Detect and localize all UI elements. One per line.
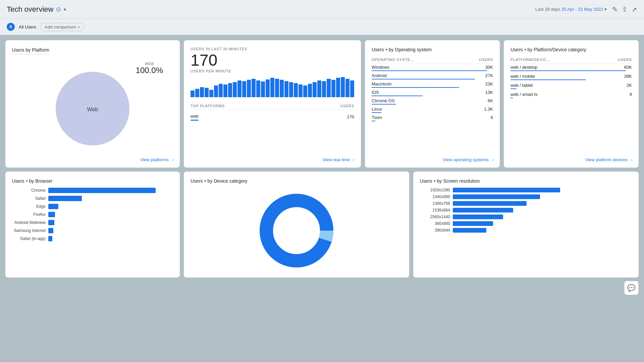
browser-title: Users (12, 178, 24, 184)
pie-label-percent: 100.0% (136, 66, 163, 75)
browser-bar (48, 212, 55, 217)
os-name: Tizen (372, 115, 382, 120)
os-users-col-label: USERS (479, 58, 493, 62)
resolution-label: 2560x1440 (420, 215, 450, 219)
browser-dropdown-arrow[interactable]: ▾ (26, 179, 28, 183)
os-row: Tizen 6 (372, 115, 493, 123)
realtime-bar (280, 80, 284, 97)
realtime-bar (350, 80, 354, 97)
view-platforms-link[interactable]: View platforms → (140, 157, 174, 162)
os-data-rows: Windows 30K Android 27K Macintosh 23K iO… (372, 65, 493, 123)
realtime-bar (299, 84, 303, 97)
title-dropdown-icon[interactable]: ▾ (64, 7, 66, 12)
realtime-bar (256, 80, 260, 97)
screen-resolution-title: Users ▾ by Screen resolution (420, 178, 632, 184)
os-row: Windows 30K (372, 65, 493, 73)
view-pd-text: View platform devices (585, 157, 628, 162)
resolution-bar-chart: 644x362 1440x900 1366x768 1536x864 256… (420, 188, 632, 233)
resolution-label: 1440x900 (420, 194, 450, 199)
trend-icon[interactable]: ➚ (632, 5, 637, 13)
realtime-bar (261, 81, 265, 97)
share-icon[interactable]: ⇧ (622, 5, 628, 13)
realtime-bar (331, 80, 335, 97)
browser-row: Samsung Internet (12, 228, 173, 233)
pd-col-headers: PLATFORM/DEVIC... USERS (511, 56, 632, 63)
os-row: Linux 1.3K (372, 107, 493, 115)
browser-bar (48, 188, 156, 193)
browser-row: Safari (12, 196, 173, 201)
os-name: Chrome OS (372, 98, 395, 103)
resolution-row: 1536x864 (420, 208, 632, 213)
pd-bar (511, 98, 513, 98)
bottom-row: Users ▾ by Browser Chrome Safari Edge Fi… (5, 172, 639, 278)
users-col-label: USERS (340, 104, 354, 108)
dc-title: Users (191, 178, 203, 184)
browser-bar (48, 196, 82, 201)
pie-center-label: Web (87, 107, 98, 112)
resolution-bar (453, 228, 486, 233)
os-bar (372, 96, 423, 96)
browser-name: Edge (12, 204, 46, 209)
pd-bar (511, 88, 517, 89)
header-right: Last 28 days 25 Apr - 22 May 2022 ▾ ✎ ⇧ … (535, 5, 637, 13)
pd-row: web / smart tv 9 (511, 92, 632, 101)
pd-row: web / tablet 2K (511, 83, 632, 92)
add-comparison-button[interactable]: Add comparison + (40, 23, 85, 31)
top-platforms-table: TOP PLATFORMS USERS web 170 (191, 103, 354, 123)
date-range[interactable]: Last 28 days 25 Apr - 22 May 2022 ▾ (535, 7, 607, 12)
platform-card: Users by Platform WEB 100.0% Web View pl… (5, 40, 180, 168)
os-bar (372, 121, 375, 121)
browser-row: Edge (12, 204, 173, 209)
user-badge: A (7, 23, 15, 31)
view-platforms-arrow: → (170, 157, 174, 162)
pd-row: web / mobile 39K (511, 74, 632, 83)
edit-icon[interactable]: ✎ (612, 5, 618, 13)
browser-bar (48, 228, 53, 233)
feedback-button[interactable]: 💬 (624, 281, 639, 295)
os-value: 13K (485, 90, 493, 95)
realtime-bar (223, 84, 227, 97)
os-col-headers: OPERATING SYSTE... USERS (372, 56, 493, 63)
sr-dropdown-arrow[interactable]: ▾ (434, 179, 436, 183)
resolution-label: 390x844 (420, 228, 450, 233)
browser-bar (48, 220, 54, 225)
realtime-bar (219, 84, 223, 97)
realtime-bar (214, 85, 218, 97)
realtime-bar (270, 78, 274, 97)
subheader: A All Users Add comparison + (0, 19, 644, 35)
os-row: Android 27K (372, 73, 493, 81)
pd-name: web / desktop (511, 65, 537, 70)
resolution-row: 2560x1440 (420, 215, 632, 219)
platform-device-card: Users ▾ by Platform/Device category PLAT… (504, 40, 639, 168)
platform-card-title: Users by Platform (12, 47, 49, 54)
os-row: Chrome OS 6K (372, 98, 493, 107)
os-value: 23K (485, 81, 493, 86)
realtime-bar (200, 87, 204, 97)
device-category-title: Users ▾ by Device category (191, 178, 402, 184)
realtime-bar (284, 81, 288, 97)
view-platform-devices-link[interactable]: View platform devices → (585, 157, 633, 162)
realtime-bar (233, 82, 237, 97)
pd-dropdown-arrow[interactable]: ▾ (524, 47, 526, 52)
realtime-bar (341, 77, 345, 97)
os-value: 6 (491, 115, 493, 120)
resolution-bar (453, 215, 503, 219)
realtime-bar (289, 82, 293, 97)
pd-value: 39K (624, 74, 632, 79)
realtime-bar (336, 78, 340, 97)
pd-row: web / desktop 60K (511, 65, 632, 74)
pd-title2: by Platform/Device category (528, 47, 586, 52)
pd-value: 9 (630, 92, 632, 97)
page-title: Tech overview (7, 5, 53, 14)
os-dropdown-arrow[interactable]: ▾ (385, 47, 387, 52)
view-platforms-text: View platforms (140, 157, 169, 162)
resolution-bar (453, 188, 560, 192)
browser-name: Safari (12, 196, 46, 201)
resolution-row: 360x800 (420, 221, 632, 226)
view-realtime-link[interactable]: View real time → (323, 157, 356, 162)
view-os-link[interactable]: View operating systems → (443, 157, 494, 162)
dc-dropdown-arrow[interactable]: ▾ (204, 179, 206, 183)
check-icon: ⊙ (56, 6, 61, 13)
sr-title2: by Screen resolution (437, 178, 480, 184)
platform-pie-chart: Web (46, 62, 140, 156)
